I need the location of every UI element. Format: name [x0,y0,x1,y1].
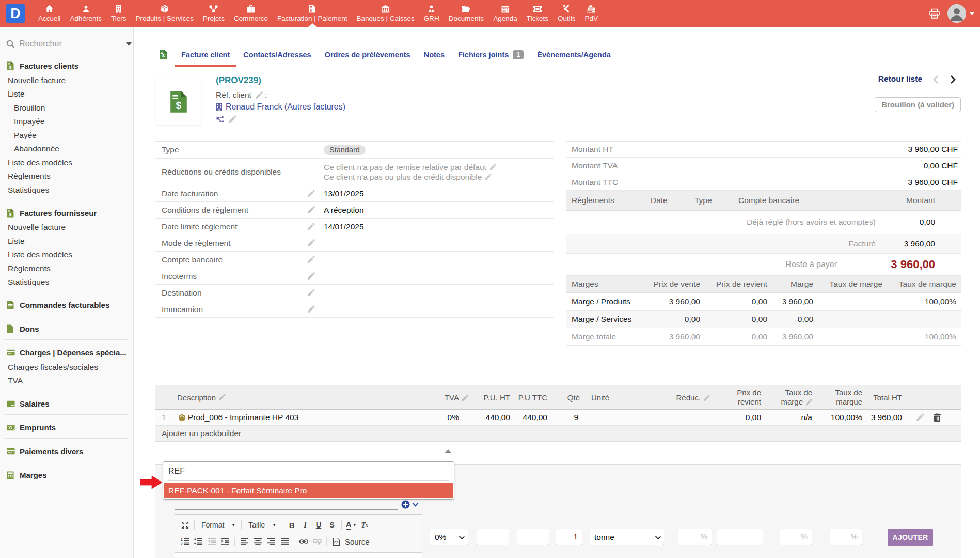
next-record-chevron-icon[interactable] [950,75,956,84]
sidebar-item[interactable]: Statistiques [0,183,133,197]
topmenu-accueil[interactable]: Accueil [34,0,66,27]
editor-strikethrough-button[interactable]: S [326,519,338,531]
product-select-underline[interactable] [175,509,398,510]
topmenu-commerce[interactable]: Commerce [229,0,273,27]
editor-format-select[interactable]: Format▼ [197,521,239,529]
sidebar-item[interactable]: TVA [0,374,133,388]
sidebar-title-charges[interactable]: Charges | Dépenses spécia... [0,344,133,360]
editor-italic-button[interactable]: I [299,519,311,531]
product-link[interactable]: Prod_006 - Imprimante HP 403 [188,413,298,422]
dolibarr-logo[interactable]: D [6,4,25,23]
editor-bold-button[interactable]: B [286,519,298,531]
tab-contacts-adresses[interactable]: Contacts/Adresses [236,43,318,66]
edit-pencil-icon[interactable] [307,206,320,214]
sidebar-title-marges[interactable]: Marges [0,467,133,483]
sidebar-title-dons[interactable]: Dons [0,320,133,336]
editor-unlink-icon[interactable] [311,535,323,548]
sidebar-title-emprunts[interactable]: Emprunts [0,419,133,435]
tab-fichiers-joints[interactable]: Fichiers joints 1 [451,43,530,66]
topmenu-agenda[interactable]: Agenda [488,0,522,27]
topmenu-tickets[interactable]: Tickets [522,0,553,27]
edit-pencil-icon[interactable] [307,190,320,197]
tab-ordres-prelevements[interactable]: Ordres de prélèvements [318,43,417,66]
project-link-icon[interactable] [216,116,225,123]
sidebar-item[interactable]: Statistiques [0,275,133,289]
sidebar-title-factures-fournisseur[interactable]: $ Factures fournisseur [0,205,133,221]
sidebar-item[interactable]: Liste [0,234,133,248]
edit-pencil-icon[interactable] [307,256,320,264]
price-ht-input[interactable] [477,529,509,545]
editor-align-center-icon[interactable] [251,535,264,548]
editor-remove-format-button[interactable]: Tx [358,519,371,531]
editor-align-right-icon[interactable] [265,535,277,548]
topmenu-banques-caisses[interactable]: Banques | Caisses [352,0,419,27]
invoice-ref[interactable]: (PROV239) [216,75,261,86]
editor-indent-icon[interactable] [219,535,231,548]
tab-evenements-agenda[interactable]: Événements/Agenda [530,43,618,66]
sidebar-title-commandes-facturables[interactable]: Commandes facturables [0,297,133,313]
edit-pencil-icon[interactable] [307,272,320,280]
editor-ordered-list-icon[interactable]: 12 [179,535,191,548]
discount-percent-input[interactable] [678,529,712,545]
edit-pencil-icon[interactable] [228,115,236,123]
add-product-plus-icon[interactable] [401,500,410,509]
sidebar-item[interactable]: Payée [0,128,133,142]
edit-pencil-icon[interactable] [307,305,320,313]
topmenu-outils[interactable]: Outils [553,0,580,27]
editor-align-left-icon[interactable] [238,535,250,548]
editor-size-select[interactable]: Taille▼ [244,521,279,529]
back-to-list-link[interactable]: Retour liste [878,74,922,84]
user-menu-chevron-icon[interactable] [969,12,975,16]
search-scope-chevron-icon[interactable] [126,42,132,46]
edit-pencil-icon[interactable] [307,289,320,297]
editor-link-icon[interactable] [297,535,310,548]
search-input[interactable] [19,39,126,49]
sidebar-item[interactable]: Liste [0,87,133,101]
user-avatar[interactable] [947,4,966,23]
editor-outdent-icon[interactable] [206,535,218,548]
topmenu-tiers[interactable]: Tiers [106,0,131,27]
unit-select[interactable]: tonne [590,529,664,545]
margin-rate-input[interactable] [780,529,812,545]
edit-pencil-icon[interactable] [805,399,812,406]
edit-pencil-icon[interactable] [255,91,263,99]
add-packbuilder-row[interactable]: Ajouter un packbuilder [155,425,961,442]
editor-source-icon[interactable]: <> [330,535,342,548]
editor-text-color-button[interactable]: A▼ [345,519,357,531]
add-line-button[interactable]: AJOUTER [888,529,933,546]
sidebar-item[interactable]: Brouillon [0,101,133,115]
sidebar-item[interactable]: Nouvelle facture [0,221,133,235]
dropdown-search-input[interactable] [168,467,449,476]
tab-notes[interactable]: Notes [417,43,451,66]
sidebar-item[interactable]: Abandonnée [0,142,133,156]
dropdown-option-highlighted[interactable]: REF-PACK-001 - Forfait Séminaire Pro [164,483,453,498]
sidebar-item[interactable]: Liste des modèles [0,248,133,262]
topmenu-produits-services[interactable]: Produits | Services [131,0,198,27]
edit-line-pencil-icon[interactable] [916,413,924,422]
add-product-chevron-icon[interactable] [412,502,419,507]
delete-line-trash-icon[interactable] [934,413,941,422]
qty-input[interactable] [556,529,582,545]
tab-facture-client[interactable]: Facture client [175,43,236,66]
edit-pencil-icon[interactable] [485,174,492,180]
price-ttc-input[interactable] [517,529,549,545]
print-icon[interactable] [929,8,940,19]
topmenu-facturation-paiement[interactable]: $ Facturation | Paiement [273,0,352,27]
topmenu-pdv[interactable]: PdV [580,0,603,27]
topmenu-documents[interactable]: Documents [444,0,488,27]
editor-content[interactable] [175,553,422,558]
sidebar-title-salaires[interactable]: Salaires [0,395,133,411]
topmenu-grh[interactable]: GRH [419,0,444,27]
edit-pencil-icon[interactable] [489,164,496,171]
sidebar-item[interactable]: Nouvelle facture [0,73,133,87]
sidebar-item[interactable]: Impayée [0,115,133,129]
edit-pencil-icon[interactable] [703,395,710,401]
editor-underline-button[interactable]: U [312,519,325,531]
topmenu-adherents[interactable]: Adhérents [66,0,107,27]
editor-align-justify-icon[interactable] [278,535,291,548]
vat-select[interactable]: 0% [430,529,468,545]
edit-pencil-icon[interactable] [307,223,320,230]
sidebar-item[interactable]: Charges fiscales/sociales [0,360,133,374]
thirdparty-link[interactable]: Renaud Franck (Autres factures) [226,102,345,112]
edit-pencil-icon[interactable] [462,395,468,401]
